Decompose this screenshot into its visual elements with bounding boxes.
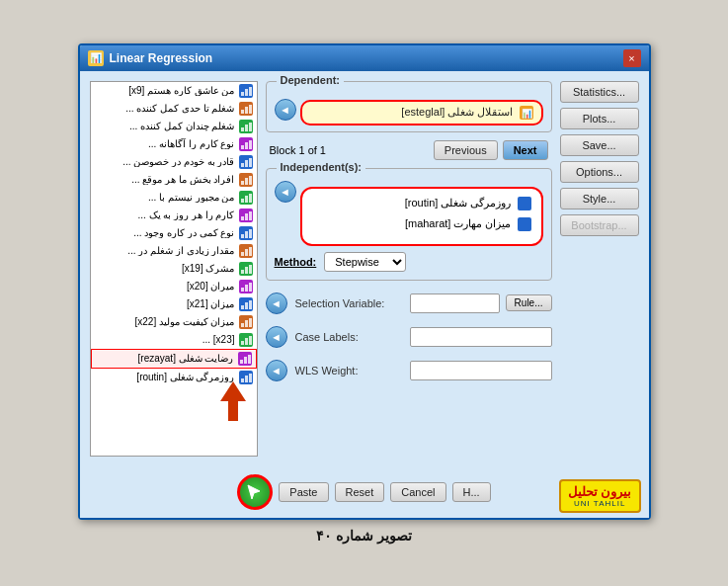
svg-rect-30 bbox=[245, 213, 248, 220]
list-item-label: مقدار زیادی از شغلم در ... bbox=[127, 245, 234, 256]
svg-rect-50 bbox=[245, 302, 248, 309]
window-title: Linear Regression bbox=[110, 51, 213, 65]
list-item[interactable]: مشرک [x19] bbox=[91, 260, 257, 278]
bar-icon bbox=[239, 315, 253, 329]
transfer-selection-btn[interactable]: ◄ bbox=[266, 293, 287, 314]
list-item-label: مشرک [x19] bbox=[182, 263, 234, 274]
rule-button[interactable]: Rule... bbox=[506, 294, 552, 311]
logo-box: بیرون تحلیل UNI TAHLIL bbox=[559, 479, 641, 513]
close-button[interactable]: × bbox=[623, 49, 641, 67]
svg-rect-15 bbox=[249, 140, 252, 149]
svg-rect-53 bbox=[241, 323, 244, 327]
method-row: Method: EnterStepwiseRemoveBackwardForwa… bbox=[275, 252, 543, 272]
svg-rect-35 bbox=[249, 229, 252, 238]
bar-icon bbox=[239, 371, 253, 384]
svg-rect-70 bbox=[518, 197, 531, 210]
list-item-label: میران [x20] bbox=[187, 281, 234, 292]
list-item[interactable]: نوع کمی در کاره وجود ... bbox=[91, 224, 257, 242]
case-labels-input[interactable] bbox=[410, 327, 552, 347]
svg-rect-10 bbox=[245, 125, 248, 131]
variable-list[interactable]: من عاشق کاره هستم [x9]شغلم تا حدی کمل کن… bbox=[90, 81, 258, 457]
list-item-label: افراد بخش ما هر موقع ... bbox=[131, 174, 234, 185]
svg-rect-34 bbox=[245, 231, 248, 238]
cancel-button[interactable]: Cancel bbox=[390, 482, 445, 502]
caption: تصویر شماره ۴۰ bbox=[316, 528, 412, 544]
list-item-label: روزمرگی شغلی [routin] bbox=[136, 372, 234, 382]
list-item[interactable]: شغلم چندان کمل کننده ... bbox=[91, 118, 257, 135]
list-item-label: نوع کارم را آگاهانه ... bbox=[148, 138, 234, 149]
svg-rect-23 bbox=[249, 176, 252, 185]
transfer-wls-btn[interactable]: ◄ bbox=[266, 360, 287, 381]
list-item[interactable]: قادر به خودم در خصوصن ... bbox=[91, 153, 257, 171]
transfer-dependent-btn[interactable]: ◄ bbox=[275, 99, 296, 121]
list-item[interactable]: شغلم تا حدی کمل کننده ... bbox=[91, 100, 257, 118]
paste-button[interactable]: Paste bbox=[279, 482, 328, 502]
svg-rect-37 bbox=[241, 252, 244, 256]
svg-rect-11 bbox=[249, 123, 252, 131]
list-item[interactable]: افراد بخش ما هر موقع ... bbox=[91, 171, 257, 189]
window-body: من عاشق کاره هستم [x9]شغلم تا حدی کمل کن… bbox=[80, 71, 649, 466]
svg-rect-13 bbox=[241, 145, 244, 149]
list-item[interactable]: میران [x20] bbox=[91, 278, 257, 295]
previous-button[interactable]: Previous bbox=[434, 140, 498, 160]
list-item[interactable]: میزان کیفیت مولید [x22] bbox=[91, 313, 257, 331]
list-item[interactable]: کارم را هر روز به یک ... bbox=[91, 207, 257, 224]
statistics-button[interactable]: Statistics... bbox=[560, 81, 639, 103]
svg-rect-33 bbox=[241, 234, 244, 238]
plots-button[interactable]: Plots... bbox=[560, 108, 639, 129]
list-item[interactable]: مقدار زیادی از شغلم در ... bbox=[91, 242, 257, 260]
svg-rect-5 bbox=[241, 110, 244, 114]
list-item[interactable]: من عاشق کاره هستم [x9] bbox=[91, 82, 257, 100]
options-button[interactable]: Options... bbox=[560, 161, 639, 183]
bar-icon bbox=[239, 333, 253, 347]
bar-icon bbox=[239, 297, 253, 311]
wls-weight-input[interactable] bbox=[410, 361, 552, 380]
list-item-label: میزان کیفیت مولید [x22] bbox=[134, 316, 234, 327]
svg-rect-21 bbox=[241, 181, 244, 185]
style-button[interactable]: Style... bbox=[560, 188, 639, 209]
wls-weight-label: WLS Weight: bbox=[295, 365, 404, 377]
list-item-label: من مجبور نیستم با ... bbox=[148, 192, 234, 203]
svg-rect-39 bbox=[249, 247, 252, 256]
transfer-independent-btn[interactable]: ◄ bbox=[275, 181, 296, 203]
list-item-label: [x23] ... bbox=[202, 334, 235, 345]
list-item-label: کارم را هر روز به یک ... bbox=[137, 209, 234, 220]
dependent-label: Dependent: bbox=[277, 74, 345, 86]
svg-rect-17 bbox=[241, 163, 244, 167]
indep-icon bbox=[518, 197, 531, 210]
bottom-row: Paste Reset Cancel H... بیرون تحلیل UNI … bbox=[80, 466, 649, 518]
list-item[interactable]: [x23] ... bbox=[91, 331, 257, 349]
svg-text:📊: 📊 bbox=[521, 108, 532, 120]
list-item[interactable]: روزمرگی شغلی [routin] bbox=[91, 369, 257, 386]
transfer-caselabels-btn[interactable]: ◄ bbox=[266, 326, 287, 348]
bar-icon bbox=[239, 84, 253, 98]
window-icon: 📊 bbox=[88, 50, 104, 66]
svg-rect-58 bbox=[245, 338, 248, 345]
next-button[interactable]: Next bbox=[503, 140, 548, 160]
help-button[interactable]: H... bbox=[452, 482, 491, 502]
list-item[interactable]: میزان [x21] bbox=[91, 295, 257, 313]
selection-variable-input[interactable] bbox=[410, 293, 500, 313]
save-button[interactable]: Save... bbox=[560, 134, 639, 156]
svg-rect-54 bbox=[245, 320, 248, 327]
independent-item: روزمرگی شغلی [routin] bbox=[308, 195, 535, 212]
method-select[interactable]: EnterStepwiseRemoveBackwardForward bbox=[324, 252, 406, 272]
linear-regression-window: 📊 Linear Regression × من عاشق کاره هستم … bbox=[78, 43, 651, 520]
reset-button[interactable]: Reset bbox=[335, 482, 385, 502]
dependent-value: استقلال شغلی [esteglal] bbox=[401, 106, 513, 119]
list-item[interactable]: رضایت شغلی [rezayat] bbox=[91, 349, 257, 369]
list-item[interactable]: من مجبور نیستم با ... bbox=[91, 189, 257, 207]
svg-rect-19 bbox=[249, 158, 252, 167]
list-item[interactable]: نوع کارم را آگاهانه ... bbox=[91, 135, 257, 153]
svg-rect-45 bbox=[241, 288, 244, 292]
list-item-label: نوع کمی در کاره وجود ... bbox=[133, 227, 234, 238]
cursor-icon bbox=[246, 483, 264, 501]
block-label: Block 1 of 1 bbox=[270, 144, 326, 156]
selection-variable-row: ◄ Selection Variable: Rule... bbox=[266, 293, 552, 314]
ok-button[interactable] bbox=[237, 474, 273, 510]
logo-main: بیرون تحلیل bbox=[568, 484, 632, 499]
svg-rect-67 bbox=[249, 374, 252, 382]
bar-icon bbox=[239, 120, 253, 133]
bar-icon bbox=[239, 102, 253, 116]
bootstrap-button[interactable]: Bootstrap... bbox=[560, 214, 639, 236]
